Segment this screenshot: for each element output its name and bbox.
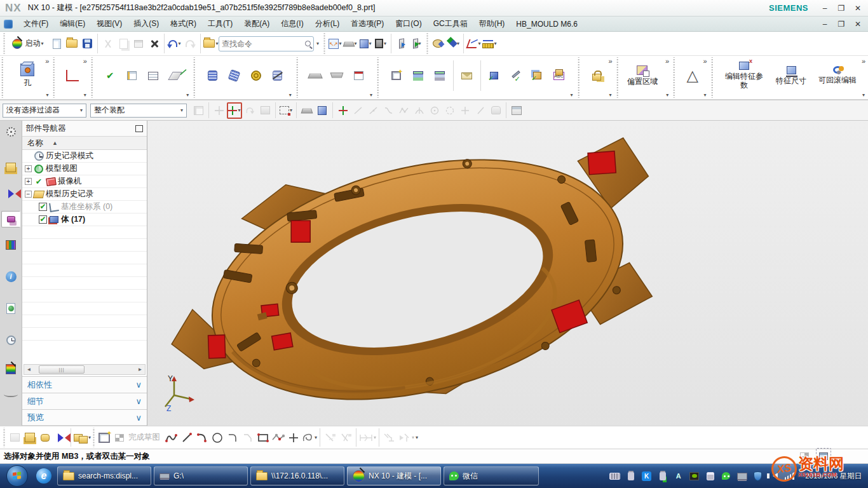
undo-button[interactable]: ▾ [167, 36, 182, 52]
orientation-triad[interactable]: Y Z X [156, 374, 201, 412]
assembly-constraints-button[interactable] [53, 430, 68, 446]
assembly-navigator-tab[interactable] [3, 160, 19, 177]
note-button[interactable] [456, 65, 478, 86]
tray-display-icon[interactable] [736, 471, 747, 481]
datum-csys-checkbox[interactable]: ✔ [39, 203, 47, 211]
fit-view-button[interactable]: ↖↗▾ [327, 36, 342, 52]
tray-usb-safe-icon[interactable] [657, 471, 668, 481]
open-file-button[interactable] [64, 36, 79, 52]
taskbar-nx-window[interactable]: NX 10 - 建模 - [... [347, 466, 441, 485]
chamfer-tool-button[interactable] [304, 65, 326, 86]
name-column-header[interactable]: 名称 ▲ [22, 137, 147, 150]
constraint-navigator-tab[interactable] [3, 186, 19, 202]
delete-spring-button[interactable] [267, 65, 288, 86]
studio-spline-button[interactable]: ▾ [301, 430, 317, 446]
roles-gear-button[interactable] [3, 123, 19, 140]
point-button[interactable] [286, 430, 301, 446]
tray-wechat-icon[interactable] [721, 471, 731, 481]
tray-network-icon[interactable] [784, 471, 795, 481]
command-finder[interactable] [219, 36, 314, 51]
rendering-style-button[interactable]: ▾ [358, 36, 373, 52]
edit-attributes-button[interactable]: ABC [548, 65, 570, 86]
validate-body-button[interactable] [527, 65, 548, 86]
tray-a-app-icon[interactable]: A [673, 471, 684, 481]
taskbar-wechat[interactable]: 微信 [444, 466, 539, 485]
grid-snap-button[interactable] [509, 102, 524, 119]
visual-effects-button[interactable]: ▾ [445, 36, 461, 52]
draft-tool-button[interactable] [326, 65, 348, 86]
tray-clipboard-icon[interactable] [705, 471, 715, 481]
resource-bar-collapse[interactable] [3, 386, 19, 403]
menu-preferences[interactable]: 首选项(P) [345, 17, 390, 31]
tray-keyboard-icon[interactable] [609, 471, 620, 481]
polyline-button[interactable] [271, 430, 286, 446]
tree-item-cameras[interactable]: + ✔ 摄像机 [22, 175, 147, 188]
taskbar-gdrive[interactable]: G:\ [154, 466, 248, 485]
tray-nvidia-icon[interactable] [689, 471, 700, 481]
minimize-button[interactable]: – [820, 4, 830, 13]
watch-case-model[interactable] [147, 121, 868, 426]
doc-minimize-button[interactable]: – [820, 20, 830, 29]
table-tool-button[interactable] [142, 65, 164, 86]
hole-button[interactable]: 孔 [10, 62, 45, 88]
toolbar-grip[interactable] [3, 33, 6, 54]
browser-quicklaunch[interactable]: e [33, 466, 55, 485]
background-button[interactable]: ▾ [373, 36, 388, 52]
menu-insert[interactable]: 插入(S) [128, 17, 165, 31]
tray-security-icon[interactable] [752, 471, 763, 481]
bounded-frame-button[interactable] [386, 65, 407, 86]
tree-item-history-mode[interactable]: 历史记录模式 [22, 150, 147, 163]
sketch-button[interactable] [97, 430, 112, 446]
wedge-display-button[interactable] [299, 102, 315, 119]
taskbar-network-folder[interactable]: \\172.16.0.118\... [250, 466, 344, 485]
body-checkbox[interactable]: ✔ [39, 215, 47, 224]
taskbar-search-folder[interactable]: search-ms:displ... [57, 466, 151, 485]
scroll-left-arrow[interactable]: ◄ [24, 367, 34, 372]
restore-button[interactable]: ❐ [836, 4, 846, 13]
arc-button[interactable] [194, 430, 210, 446]
datum-plane-button[interactable] [164, 65, 186, 86]
triangle-tool-button[interactable]: △ [682, 65, 703, 86]
sketch-check-button[interactable]: ✔ [99, 65, 121, 86]
start-button[interactable] [6, 465, 28, 487]
fillet-button[interactable] [225, 430, 240, 446]
rapid-dimension-button[interactable] [62, 65, 83, 86]
highlight-filter-button[interactable]: ▾ [227, 102, 242, 119]
collapse-icon[interactable]: − [25, 191, 32, 198]
open-recent-button[interactable]: ▾ [203, 36, 219, 52]
profile-button[interactable] [164, 430, 179, 446]
menu-help[interactable]: 帮助(H) [473, 17, 511, 31]
selection-filter-dropdown[interactable]: 没有选择过滤器▾ [3, 104, 86, 118]
start-menu-button[interactable]: 启动 ▾ [7, 36, 49, 52]
taskbar-clock[interactable]: 2019/10/6 星期日 [800, 471, 865, 480]
section-preview[interactable]: 预览 ∨ [22, 409, 147, 426]
pmi-button[interactable]: ▾ [466, 36, 482, 52]
measure-button[interactable]: ▾ [482, 36, 497, 52]
circle-button[interactable] [210, 430, 225, 446]
select-list-button[interactable] [348, 65, 369, 86]
save-button[interactable] [79, 36, 95, 52]
status-window-button[interactable] [816, 448, 831, 464]
scroll-right-arrow[interactable]: ► [135, 367, 145, 372]
reuse-library-tab[interactable] [3, 236, 19, 253]
new-file-button[interactable] [49, 36, 64, 52]
navigator-horizontal-scrollbar[interactable]: ◄ ||| ► [24, 364, 146, 375]
move-component-button[interactable] [37, 430, 53, 446]
expand-icon[interactable]: + [25, 165, 32, 172]
menu-analysis[interactable]: 分析(L) [309, 17, 346, 31]
menu-hb-mould[interactable]: HB_MOULD M6.6 [510, 18, 583, 30]
roller-button[interactable] [245, 65, 267, 86]
rollback-edit-button[interactable]: 可回滚编辑 [813, 65, 862, 86]
close-button[interactable]: ✕ [853, 4, 863, 13]
history-palette-tab[interactable] [3, 300, 19, 316]
scrollbar-thumb[interactable]: ||| [39, 365, 85, 374]
selection-scope-dropdown[interactable]: 整个装配▾ [90, 104, 187, 118]
delete-button[interactable] [146, 36, 161, 52]
clip-section-button[interactable]: ▾ [409, 36, 424, 52]
tree-item-datum-csys[interactable]: ✔ 基准坐标系 (0) [22, 201, 147, 214]
unpin-panel-button[interactable] [135, 125, 143, 132]
part-dialog-button[interactable] [121, 65, 142, 86]
menu-assemblies[interactable]: 装配(A) [238, 17, 275, 31]
true-shading-button[interactable] [430, 36, 445, 52]
solid-display-button[interactable] [315, 102, 330, 119]
